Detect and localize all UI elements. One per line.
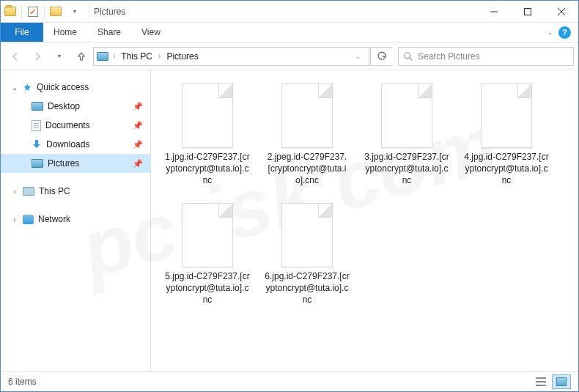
- navigation-bar: ▾ › This PC › Pictures ⌄ Search Pictures: [1, 42, 578, 70]
- qat-menu[interactable]: ▾: [65, 1, 84, 23]
- file-item[interactable]: 1.jpg.id-C279F237.[cryptoncrypt@tuta.io]…: [164, 84, 251, 187]
- pin-icon: 📌: [133, 102, 143, 111]
- chevron-right-icon[interactable]: ›: [157, 52, 162, 60]
- address-dropdown-icon[interactable]: ⌄: [351, 53, 366, 60]
- window-controls: [477, 1, 578, 23]
- tab-view[interactable]: View: [131, 23, 171, 42]
- location-icon: [97, 52, 108, 61]
- sidebar-item-label: Desktop: [48, 101, 80, 111]
- file-name: 1.jpg.id-C279F237.[cryptoncrypt@tuta.io]…: [164, 151, 251, 187]
- sidebar-item-label: Documents: [45, 120, 90, 130]
- file-pane[interactable]: 1.jpg.id-C279F237.[cryptoncrypt@tuta.io]…: [151, 70, 578, 371]
- search-placeholder: Search Pictures: [418, 51, 480, 62]
- quick-access-toolbar: ✓ ▾: [1, 1, 84, 22]
- pin-icon: 📌: [133, 121, 143, 130]
- sidebar-item-label: Downloads: [46, 139, 89, 149]
- view-thumbnails-button[interactable]: [552, 374, 571, 389]
- pin-icon: 📌: [133, 140, 143, 149]
- file-name: 6.jpg.id-C279F237.[cryptoncrypt@tuta.io]…: [264, 270, 350, 306]
- qat-properties[interactable]: ✓: [23, 1, 43, 23]
- navigation-pane: ⌄ ★ Quick access Desktop 📌 Documents 📌 D…: [1, 70, 151, 371]
- minimize-button[interactable]: [477, 1, 511, 23]
- sidebar-item-pictures[interactable]: Pictures 📌: [1, 154, 150, 173]
- refresh-button[interactable]: [370, 47, 392, 66]
- file-name: 2.jpeg.id-C279F237.[cryptoncrypt@tuta.io…: [264, 151, 350, 187]
- chevron-right-icon[interactable]: ›: [11, 188, 18, 196]
- file-icon: [281, 84, 333, 148]
- window-title: Pictures: [94, 7, 125, 17]
- file-item[interactable]: 2.jpeg.id-C279F237.[cryptoncrypt@tuta.io…: [264, 84, 350, 187]
- file-name: 4.jpg.id-C279F237.[cryptoncrypt@tuta.io]…: [463, 151, 550, 187]
- file-icon: [182, 84, 233, 148]
- chevron-right-icon[interactable]: ›: [11, 215, 18, 223]
- pictures-icon: [32, 159, 43, 168]
- file-item[interactable]: 3.jpg.id-C279F237.[cryptoncrypt@tuta.io]…: [364, 84, 450, 187]
- chevron-down-icon[interactable]: ⌄: [11, 84, 18, 92]
- thumbnails-icon: [556, 377, 567, 386]
- recent-locations-button[interactable]: ▾: [49, 46, 70, 67]
- search-icon: [403, 51, 413, 62]
- maximize-button[interactable]: [511, 1, 545, 23]
- ribbon-tabs: File Home Share View ⌄ ?: [1, 23, 578, 42]
- tab-home[interactable]: Home: [43, 23, 87, 42]
- sidebar-item-label: Quick access: [37, 82, 89, 92]
- sidebar-item-documents[interactable]: Documents 📌: [1, 116, 150, 135]
- sidebar-item-label: This PC: [39, 186, 70, 196]
- sidebar-item-network[interactable]: › Network: [1, 210, 150, 229]
- up-button[interactable]: [71, 46, 92, 67]
- file-item[interactable]: 5.jpg.id-C279F237.[cryptoncrypt@tuta.io]…: [164, 203, 251, 306]
- sidebar-item-label: Pictures: [48, 158, 79, 169]
- titlebar: ✓ ▾ Pictures: [1, 1, 578, 23]
- status-item-count: 6 items: [8, 377, 37, 387]
- svg-point-4: [405, 52, 410, 58]
- documents-icon: [32, 120, 41, 131]
- svg-rect-1: [525, 8, 531, 15]
- breadcrumb-this-pc[interactable]: This PC: [119, 51, 154, 62]
- tab-share[interactable]: Share: [87, 23, 131, 42]
- file-icon: [182, 203, 233, 267]
- desktop-icon: [32, 102, 43, 111]
- body: ⌄ ★ Quick access Desktop 📌 Documents 📌 D…: [1, 70, 578, 371]
- svg-line-5: [410, 57, 413, 60]
- sidebar-item-quick-access[interactable]: ⌄ ★ Quick access: [1, 78, 150, 97]
- sidebar-item-this-pc[interactable]: › This PC: [1, 182, 150, 201]
- file-tab[interactable]: File: [1, 23, 43, 42]
- forward-button[interactable]: [27, 46, 48, 67]
- file-name: 3.jpg.id-C279F237.[cryptoncrypt@tuta.io]…: [364, 151, 450, 187]
- file-icon: [381, 84, 432, 148]
- chevron-right-icon[interactable]: ›: [111, 52, 117, 60]
- back-button[interactable]: [5, 46, 26, 67]
- close-button[interactable]: [545, 1, 578, 23]
- view-details-button[interactable]: [531, 374, 550, 389]
- file-name: 5.jpg.id-C279F237.[cryptoncrypt@tuta.io]…: [164, 270, 251, 306]
- file-icon: [481, 84, 532, 148]
- file-item[interactable]: 4.jpg.id-C279F237.[cryptoncrypt@tuta.io]…: [463, 84, 550, 187]
- downloads-icon: [32, 139, 42, 149]
- address-bar[interactable]: › This PC › Pictures ⌄: [93, 47, 369, 66]
- ribbon-collapse-icon[interactable]: ⌄: [547, 29, 553, 36]
- qat-new-folder[interactable]: [46, 1, 65, 23]
- network-icon: [23, 215, 34, 224]
- pc-icon: [23, 187, 34, 196]
- details-icon: [536, 377, 546, 386]
- sidebar-item-label: Network: [38, 214, 70, 224]
- separator: [89, 4, 89, 19]
- app-icon[interactable]: [1, 1, 20, 23]
- separator: [44, 4, 45, 19]
- breadcrumb-pictures[interactable]: Pictures: [165, 51, 199, 62]
- star-icon: ★: [23, 81, 32, 93]
- pin-icon: 📌: [133, 159, 143, 169]
- sidebar-item-downloads[interactable]: Downloads 📌: [1, 135, 150, 154]
- separator: [21, 4, 22, 19]
- status-bar: 6 items: [1, 371, 578, 391]
- sidebar-item-desktop[interactable]: Desktop 📌: [1, 97, 150, 116]
- search-input[interactable]: Search Pictures: [398, 47, 574, 66]
- help-button[interactable]: ?: [558, 26, 571, 39]
- file-item[interactable]: 6.jpg.id-C279F237.[cryptoncrypt@tuta.io]…: [264, 203, 350, 306]
- file-icon: [281, 203, 333, 267]
